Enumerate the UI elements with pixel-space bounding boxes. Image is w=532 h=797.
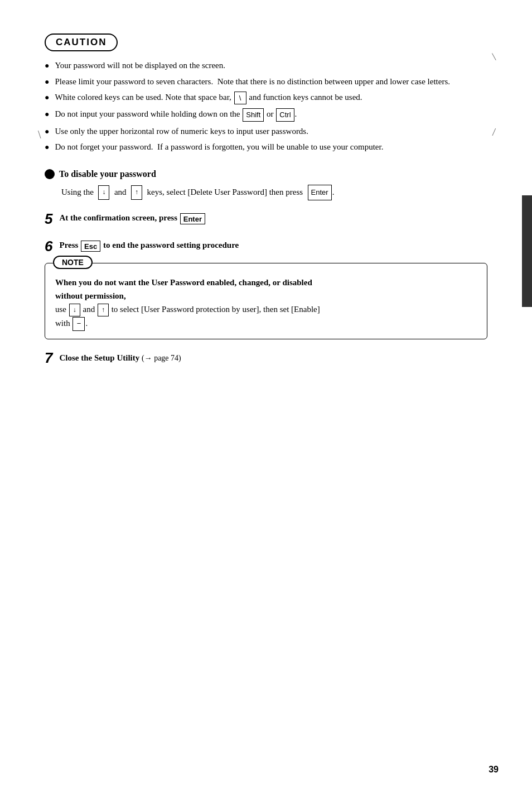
- backslash-key: \: [234, 92, 246, 105]
- esc-key-step6: Esc: [81, 241, 100, 252]
- step-7-number: 7: [45, 349, 52, 367]
- up-arrow-key-note: ↑: [98, 304, 109, 316]
- bullet-6: Do not forget your password. If a passwo…: [45, 141, 487, 153]
- bullet-4: Do not input your password while holding…: [45, 108, 487, 121]
- step-6: 6 Press Esc to end the password setting …: [45, 238, 487, 255]
- note-line1: When you do not want the User Password e…: [55, 276, 477, 289]
- note-line4: with −.: [55, 316, 477, 331]
- bullet-5: Use only the upper horizontal row of num…: [45, 125, 487, 138]
- caution-badge: CAUTION: [45, 33, 118, 51]
- shift-key-caution: Shift: [243, 108, 264, 122]
- step-7-text: Close the Setup Utility (→ page 74): [59, 353, 181, 363]
- note-line2: without permission,: [55, 289, 477, 303]
- ctrl-key-caution: Ctrl: [276, 108, 294, 122]
- slash-right: /: [492, 126, 496, 138]
- step-5: 5 At the confirmation screen, press Ente…: [45, 210, 487, 228]
- note-box: NOTE When you do not want the User Passw…: [45, 263, 487, 339]
- up-arrow-key-disable: ↑: [131, 185, 142, 200]
- step-7: 7 Close the Setup Utility (→ page 74): [45, 349, 487, 367]
- step-5-number: 5: [45, 210, 52, 228]
- bullet-2: Please limit your password to seven char…: [45, 75, 487, 88]
- note-content: When you do not want the User Password e…: [55, 276, 477, 331]
- bullet-1: Your password will not be displayed on t…: [45, 59, 487, 72]
- side-tab: [522, 195, 532, 307]
- bullet-circle-icon: [45, 169, 55, 179]
- step-5-text: At the confirmation screen, press Enter: [59, 213, 205, 224]
- disable-section-title: To disable your password: [45, 169, 487, 179]
- enter-key-disable: Enter: [308, 185, 332, 200]
- note-badge: NOTE: [53, 256, 93, 269]
- page-number: 39: [489, 765, 499, 775]
- disable-body: Using the ↓ and ↑ keys, select [Delete U…: [61, 185, 487, 200]
- note-line3: use ↓ and ↑ to select [User Password pro…: [55, 303, 477, 316]
- caution-list: Your password will not be displayed on t…: [45, 59, 487, 153]
- step-7-ref: (→ page 74): [142, 354, 181, 362]
- slash-bottom: \: [38, 128, 41, 141]
- step-6-text: Press Esc to end the password setting pr…: [59, 241, 239, 252]
- slash-top: \: [491, 50, 496, 64]
- down-arrow-key-note: ↓: [69, 304, 80, 316]
- step-6-number: 6: [45, 238, 52, 255]
- minus-key-note: −: [72, 317, 85, 331]
- enter-key-step5: Enter: [180, 213, 205, 224]
- down-arrow-key-disable: ↓: [98, 185, 109, 200]
- bullet-3: White colored keys can be used. Note tha…: [45, 91, 487, 104]
